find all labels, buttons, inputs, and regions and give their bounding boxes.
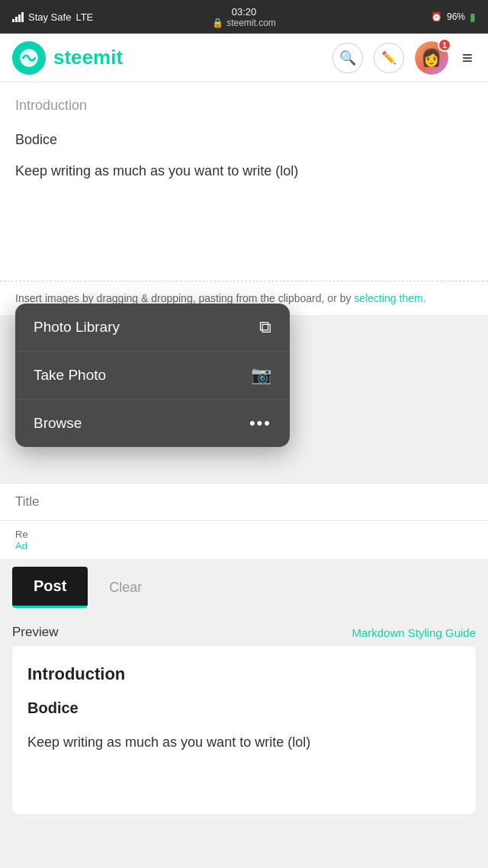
edit-button[interactable]: ✏️ <box>374 43 404 73</box>
editor-text-area[interactable]: Introduction Bodice Keep writing as much… <box>0 82 488 281</box>
bottom-space <box>0 814 488 837</box>
meta-row: Re Ad <box>0 520 488 559</box>
photo-library-label: Photo Library <box>34 319 120 336</box>
signal-icon <box>12 12 24 22</box>
photo-library-option[interactable]: Photo Library ⧉ <box>15 304 290 352</box>
add-text[interactable]: Ad <box>15 540 27 551</box>
preview-box: Introduction Bodice Keep writing as much… <box>12 646 476 814</box>
photo-library-icon: ⧉ <box>259 317 271 337</box>
logo-text: steemit <box>53 46 123 69</box>
status-bar: Stay Safe LTE 03:20 🔒 steemit.com ⏰ 96% … <box>0 0 488 34</box>
time-label: 03:20 <box>232 6 257 18</box>
rewards-text: Re <box>15 529 28 540</box>
editor-title: Introduction <box>15 95 473 117</box>
network-label: LTE <box>75 11 93 23</box>
header: steemit 🔍 ✏️ 👩 1 ≡ <box>0 34 488 82</box>
status-right: ⏰ 96% ▮ <box>431 11 476 23</box>
notification-badge: 1 <box>438 38 451 52</box>
hamburger-icon: ≡ <box>462 49 473 67</box>
lock-icon: 🔒 <box>212 18 223 28</box>
clear-button[interactable]: Clear <box>94 569 157 606</box>
url-text: steemit.com <box>226 18 276 28</box>
hamburger-button[interactable]: ≡ <box>459 46 476 70</box>
select-image-link[interactable]: selecting them. <box>354 292 425 304</box>
search-button[interactable]: 🔍 <box>332 43 363 73</box>
take-photo-label: Take Photo <box>34 367 106 384</box>
edit-icon: ✏️ <box>381 50 396 65</box>
image-instruction-text: Insert images by dragging & dropping, pa… <box>15 292 351 304</box>
preview-label: Preview <box>12 625 58 640</box>
header-actions: 🔍 ✏️ 👩 1 ≡ <box>332 41 476 75</box>
preview-heading-1: Introduction <box>27 664 461 684</box>
carrier-label: Stay Safe <box>28 11 71 23</box>
search-icon: 🔍 <box>339 50 356 66</box>
camera-icon: 📷 <box>251 365 271 385</box>
browse-option[interactable]: Browse ••• <box>15 400 290 447</box>
browse-icon: ••• <box>249 413 271 433</box>
url-bar: 🔒 steemit.com <box>212 18 276 28</box>
editor-container: Introduction Bodice Keep writing as much… <box>0 82 488 315</box>
status-center: 03:20 🔒 steemit.com <box>212 6 276 28</box>
clock-icon: ⏰ <box>431 11 442 22</box>
browse-label: Browse <box>34 415 82 432</box>
markdown-guide-link[interactable]: Markdown Styling Guide <box>352 626 476 639</box>
title-input[interactable] <box>15 484 473 520</box>
image-source-popup: Photo Library ⧉ Take Photo 📷 Browse ••• <box>15 304 290 447</box>
editor-body: Bodice <box>15 129 473 151</box>
battery-label: 96% <box>447 11 465 22</box>
battery-icon: ▮ <box>470 11 476 23</box>
take-photo-option[interactable]: Take Photo 📷 <box>15 352 290 400</box>
title-input-area <box>0 483 488 520</box>
status-left: Stay Safe LTE <box>12 11 93 23</box>
preview-heading-2: Bodice <box>27 699 461 717</box>
post-button[interactable]: Post <box>12 567 88 608</box>
editor-content: Keep writing as much as you want to writ… <box>15 160 473 182</box>
logo: steemit <box>12 41 123 75</box>
preview-paragraph: Keep writing as much as you want to writ… <box>27 732 461 753</box>
logo-icon <box>12 41 46 75</box>
action-bar: Post Clear <box>0 559 488 616</box>
preview-header: Preview Markdown Styling Guide <box>0 616 488 646</box>
avatar-container: 👩 1 <box>415 41 448 75</box>
